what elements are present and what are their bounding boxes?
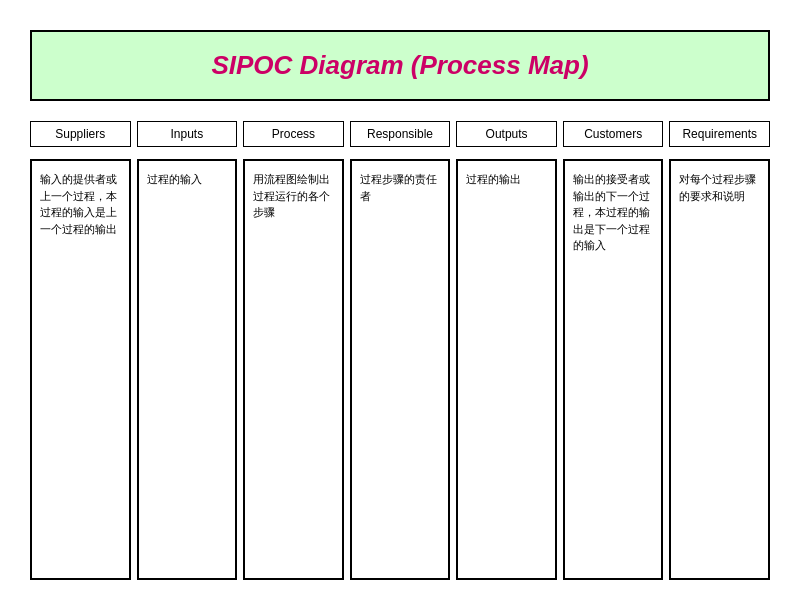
header-suppliers: Suppliers (30, 121, 131, 147)
content-row: 输入的提供者或上一个过程，本过程的输入是上一个过程的输出 过程的输入 用流程图绘… (30, 159, 770, 580)
content-responsible: 过程步骤的责任者 (350, 159, 451, 580)
content-requirements: 对每个过程步骤的要求和说明 (669, 159, 770, 580)
header-responsible: Responsible (350, 121, 451, 147)
header-customers: Customers (563, 121, 664, 147)
header-requirements: Requirements (669, 121, 770, 147)
header-inputs: Inputs (137, 121, 238, 147)
page: SIPOC Diagram (Process Map) Suppliers In… (0, 0, 800, 600)
header-row: Suppliers Inputs Process Responsible Out… (30, 121, 770, 147)
content-suppliers: 输入的提供者或上一个过程，本过程的输入是上一个过程的输出 (30, 159, 131, 580)
header-outputs: Outputs (456, 121, 557, 147)
content-outputs: 过程的输出 (456, 159, 557, 580)
page-title: SIPOC Diagram (Process Map) (211, 50, 588, 80)
title-box: SIPOC Diagram (Process Map) (30, 30, 770, 101)
content-process: 用流程图绘制出过程运行的各个步骤 (243, 159, 344, 580)
header-process: Process (243, 121, 344, 147)
content-inputs: 过程的输入 (137, 159, 238, 580)
columns-section: Suppliers Inputs Process Responsible Out… (30, 121, 770, 580)
content-customers: 输出的接受者或输出的下一个过程，本过程的输出是下一个过程的输入 (563, 159, 664, 580)
